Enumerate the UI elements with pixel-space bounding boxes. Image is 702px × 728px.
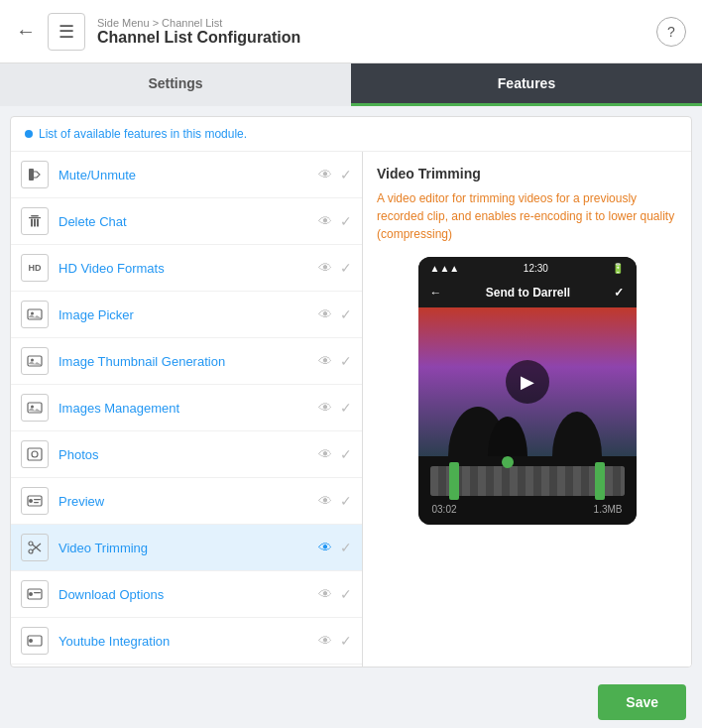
detail-panel: Video Trimming A video editor for trimmi… xyxy=(363,152,691,667)
list-item[interactable]: Preview 👁 ✓ xyxy=(11,478,362,525)
detail-description: A video editor for trimming videos for a… xyxy=(377,189,677,243)
svg-rect-4 xyxy=(34,219,36,227)
svg-point-31 xyxy=(552,412,602,456)
back-button[interactable]: ← xyxy=(16,20,36,43)
eye-icon[interactable]: 👁 xyxy=(318,167,332,182)
svg-point-11 xyxy=(31,406,34,409)
feature-actions: 👁 ✓ xyxy=(318,446,352,462)
content-area: List of available features in this modul… xyxy=(10,116,692,667)
trimmer-handle-right[interactable] xyxy=(595,462,605,500)
feature-info-bar: List of available features in this modul… xyxy=(11,117,691,152)
page-title: Channel List Configuration xyxy=(97,29,656,47)
eye-icon[interactable]: 👁 xyxy=(318,633,332,649)
svg-point-7 xyxy=(31,312,34,315)
svg-rect-17 xyxy=(34,502,39,503)
eye-icon[interactable]: 👁 xyxy=(318,540,332,555)
wifi-signal-icon: ▲▲▲ xyxy=(430,263,460,274)
feature-name: HD Video Formats xyxy=(58,261,318,276)
feature-icon-images-mgmt xyxy=(21,394,49,422)
svg-rect-16 xyxy=(34,499,41,500)
phone-nav: ← Send to Darrell ✓ xyxy=(418,278,637,307)
check-icon[interactable]: ✓ xyxy=(340,446,352,462)
feature-name: Video Trimming xyxy=(58,541,318,555)
eye-icon[interactable]: 👁 xyxy=(318,446,332,462)
header-icon: ☰ xyxy=(48,13,85,51)
svg-rect-24 xyxy=(34,592,41,593)
svg-point-26 xyxy=(29,639,33,643)
eye-icon[interactable]: 👁 xyxy=(318,260,332,276)
tab-bar: Settings Features xyxy=(0,63,702,106)
eye-icon[interactable]: 👁 xyxy=(318,493,332,509)
check-icon[interactable]: ✓ xyxy=(340,167,352,182)
feature-actions: 👁 ✓ xyxy=(318,493,352,509)
check-icon[interactable]: ✓ xyxy=(340,400,352,416)
check-icon[interactable]: ✓ xyxy=(340,633,352,649)
check-icon[interactable]: ✓ xyxy=(340,353,352,369)
video-preview: ▶ xyxy=(418,307,637,456)
eye-icon[interactable]: 👁 xyxy=(318,353,332,369)
list-item[interactable]: Images Management 👁 ✓ xyxy=(11,385,362,431)
feature-name: Preview xyxy=(58,494,318,509)
tab-features[interactable]: Features xyxy=(351,63,702,106)
feature-list: Mute/Unmute 👁 ✓ Delete Chat 👁 ✓ HD HD V xyxy=(11,152,363,667)
feature-name: Mute/Unmute xyxy=(58,168,318,182)
list-item[interactable]: HD HD Video Formats 👁 ✓ xyxy=(11,245,362,292)
feature-name: Image Thumbnail Generation xyxy=(58,354,318,369)
check-icon[interactable]: ✓ xyxy=(340,260,352,276)
eye-icon[interactable]: 👁 xyxy=(318,586,332,602)
help-button[interactable]: ? xyxy=(656,17,686,47)
trimmer-dot[interactable] xyxy=(502,456,514,468)
list-item[interactable]: Image Thumbnail Generation 👁 ✓ xyxy=(11,338,362,385)
phone-nav-title: Send to Darrell xyxy=(486,286,570,300)
list-item[interactable]: Video Trimming 👁 ✓ xyxy=(11,525,362,571)
check-icon[interactable]: ✓ xyxy=(340,493,352,509)
svg-line-21 xyxy=(33,545,41,551)
list-item[interactable]: Photos 👁 ✓ xyxy=(11,431,362,478)
check-icon[interactable]: ✓ xyxy=(340,540,352,555)
check-icon[interactable]: ✓ xyxy=(340,586,352,602)
feature-name: Delete Chat xyxy=(58,214,318,229)
feature-actions: 👁 ✓ xyxy=(318,306,352,322)
trimmer-times: 03:02 1.3MB xyxy=(430,504,625,515)
feature-actions: 👁 ✓ xyxy=(318,167,352,182)
tab-settings[interactable]: Settings xyxy=(0,63,351,106)
info-dot-icon xyxy=(25,130,33,138)
check-icon[interactable]: ✓ xyxy=(340,213,352,229)
phone-mockup: ▲▲▲ 12:30 🔋 ← Send to Darrell ✓ xyxy=(418,257,637,525)
list-item[interactable]: Youtube Integration 👁 ✓ xyxy=(11,618,362,665)
trimmer-area: 03:02 1.3MB xyxy=(418,456,637,525)
feature-name: Image Picker xyxy=(58,307,318,322)
eye-icon[interactable]: 👁 xyxy=(318,213,332,229)
list-item[interactable]: Download Options 👁 ✓ xyxy=(11,571,362,618)
svg-point-23 xyxy=(29,592,33,596)
feature-actions: 👁 ✓ xyxy=(318,633,352,649)
phone-back-button[interactable]: ← xyxy=(430,286,442,300)
list-item[interactable]: File Compression 👁 ✓ xyxy=(11,665,362,667)
trimmer-bar xyxy=(430,466,625,496)
trimmer-handle-left[interactable] xyxy=(449,462,459,500)
svg-point-13 xyxy=(32,451,38,457)
svg-rect-1 xyxy=(31,215,39,217)
list-item[interactable]: Mute/Unmute 👁 ✓ xyxy=(11,152,362,198)
main-split: Mute/Unmute 👁 ✓ Delete Chat 👁 ✓ HD HD V xyxy=(11,152,691,667)
feature-icon-mute xyxy=(21,161,49,188)
svg-rect-3 xyxy=(31,219,33,227)
list-item[interactable]: Image Picker 👁 ✓ xyxy=(11,292,362,338)
svg-rect-0 xyxy=(29,169,34,181)
feature-actions: 👁 ✓ xyxy=(318,540,352,555)
detail-title: Video Trimming xyxy=(377,166,677,182)
save-button[interactable]: Save xyxy=(598,684,686,720)
list-item[interactable]: Delete Chat 👁 ✓ xyxy=(11,198,362,245)
feature-icon-youtube xyxy=(21,627,49,655)
feature-name: Images Management xyxy=(58,401,318,416)
feature-actions: 👁 ✓ xyxy=(318,400,352,416)
feature-icon-photos xyxy=(21,440,49,468)
header-text: Side Menu > Channel List Channel List Co… xyxy=(97,17,656,47)
phone-check-button[interactable]: ✓ xyxy=(614,286,624,300)
eye-icon[interactable]: 👁 xyxy=(318,306,332,322)
check-icon[interactable]: ✓ xyxy=(340,306,352,322)
eye-icon[interactable]: 👁 xyxy=(318,400,332,416)
breadcrumb: Side Menu > Channel List xyxy=(97,17,656,29)
svg-rect-2 xyxy=(29,217,41,218)
feature-icon-hd: HD xyxy=(21,254,49,282)
